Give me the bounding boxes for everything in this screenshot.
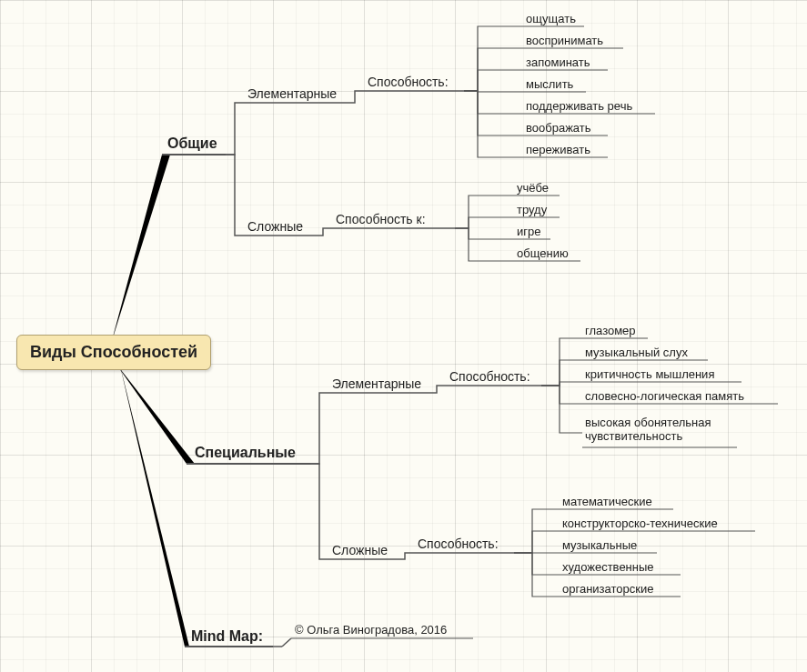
leaf-general-elem-6: переживать	[526, 143, 590, 156]
leaf-general-compl-1: труду	[517, 203, 547, 216]
leaf-special-compl-3: художественные	[562, 560, 654, 574]
leaf-general-elem-4: поддерживать речь	[526, 99, 632, 113]
leaf-special-elem-3: словесно-логическая память	[585, 389, 744, 403]
branch-special: Специальные	[195, 445, 296, 461]
branch-mindmap: Mind Map:	[191, 628, 263, 645]
special-elementary: Элементарные	[332, 376, 421, 391]
general-complex: Сложные	[247, 219, 303, 234]
general-elementary: Элементарные	[247, 86, 337, 101]
svg-line-33	[282, 638, 291, 647]
leaf-general-elem-1: воспринимать	[526, 34, 603, 47]
leaf-general-elem-2: запоминать	[526, 55, 590, 69]
special-complex-ability: Способность:	[418, 537, 499, 551]
leaf-special-compl-0: математические	[562, 495, 652, 508]
leaf-special-compl-4: организаторские	[562, 582, 653, 596]
leaf-general-compl-3: общению	[517, 246, 569, 260]
leaf-general-elem-0: ощущать	[526, 12, 576, 25]
leaf-special-elem-2: критичность мышления	[585, 367, 714, 381]
branch-general: Общие	[167, 135, 217, 152]
general-complex-ability: Способность к:	[336, 212, 426, 226]
leaf-special-elem-1: музыкальный слух	[585, 346, 688, 359]
leaf-special-compl-1: конструкторско-технические	[562, 517, 718, 530]
leaf-special-elem-0: глазомер	[585, 324, 636, 337]
special-elementary-ability: Способность:	[449, 369, 530, 384]
leaf-general-elem-5: воображать	[526, 121, 591, 135]
root-node: Виды Способностей	[16, 335, 211, 370]
leaf-special-elem-4: высокая обонятельная чувствительность	[585, 416, 749, 444]
leaf-special-compl-2: музыкальные	[562, 538, 637, 552]
leaf-general-compl-0: учёбе	[517, 181, 549, 195]
special-complex: Сложные	[332, 543, 388, 557]
leaf-general-elem-3: мыслить	[526, 77, 573, 91]
mindmap-credit: © Ольга Виноградова, 2016	[295, 623, 447, 637]
general-elementary-ability: Способность:	[368, 75, 449, 89]
leaf-general-compl-2: игре	[517, 225, 540, 238]
